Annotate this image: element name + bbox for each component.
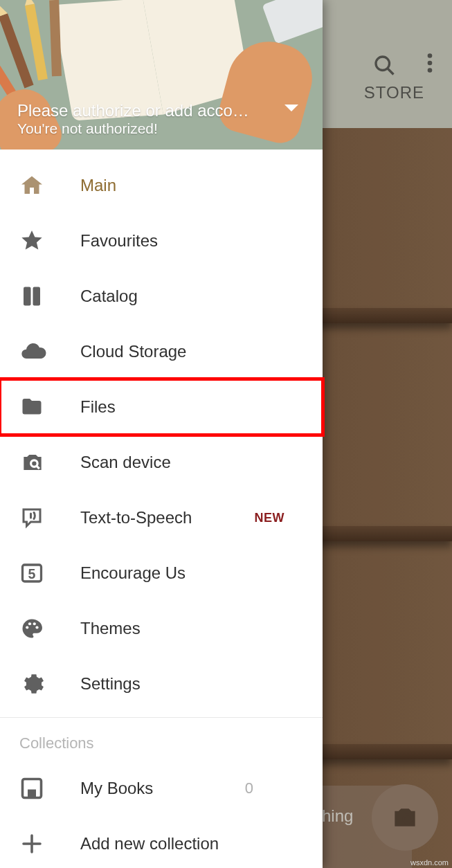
menu-label: Settings — [80, 674, 141, 694]
auth-subtitle: You're not authorized! — [17, 120, 281, 137]
menu-label: Cloud Storage — [80, 342, 186, 361]
plus-icon — [19, 831, 80, 856]
collection-count: 0 — [245, 779, 253, 797]
svg-text:5: 5 — [28, 566, 36, 581]
add-collection[interactable]: Add new collection — [0, 816, 323, 868]
tts-icon — [19, 505, 80, 530]
svg-point-16 — [35, 626, 38, 629]
pencil-illustration — [25, 3, 48, 80]
watermark: wsxdn.com — [410, 858, 449, 867]
svg-rect-7 — [24, 287, 31, 306]
menu-item-favourites[interactable]: Favourites — [0, 213, 323, 269]
menu-label: Themes — [80, 619, 141, 638]
star-icon — [19, 228, 80, 253]
cloud-icon — [19, 338, 80, 365]
mybooks-icon — [19, 776, 80, 801]
drawer-header[interactable]: Please authorize or add acco… You're not… — [0, 0, 323, 150]
drawer-menu: Main Favourites Catalog Cloud Storage Fi — [0, 150, 323, 868]
menu-item-scan-device[interactable]: Scan device — [0, 435, 323, 490]
collections-header: Collections — [0, 722, 323, 761]
collection-label: My Books — [80, 779, 153, 798]
scan-icon — [19, 449, 80, 476]
encourage-icon: 5 — [19, 561, 80, 586]
menu-item-main[interactable]: Main — [0, 158, 323, 213]
home-icon — [19, 173, 80, 198]
menu-label: Main — [80, 176, 116, 195]
menu-label: Favourites — [80, 231, 158, 251]
menu-label: Catalog — [80, 287, 138, 306]
menu-label: Files — [80, 397, 116, 417]
gear-icon — [19, 671, 80, 696]
menu-label: Text-to-Speech — [80, 508, 192, 527]
new-badge: NEW — [255, 511, 285, 525]
catalog-icon — [19, 284, 80, 309]
chevron-down-icon[interactable] — [284, 105, 298, 111]
svg-rect-8 — [33, 287, 41, 306]
collection-my-books[interactable]: My Books 0 — [0, 761, 323, 816]
svg-rect-18 — [28, 790, 36, 798]
svg-point-14 — [28, 622, 31, 625]
add-collection-label: Add new collection — [80, 834, 219, 853]
folder-icon — [19, 395, 80, 419]
menu-label: Encourage Us — [80, 563, 186, 583]
auth-title: Please authorize or add acco… — [17, 101, 281, 120]
divider — [0, 717, 323, 718]
menu-item-themes[interactable]: Themes — [0, 601, 323, 656]
menu-item-encourage[interactable]: 5 Encourage Us — [0, 545, 323, 601]
navigation-drawer: Please authorize or add acco… You're not… — [0, 0, 323, 868]
auth-block[interactable]: Please authorize or add acco… You're not… — [17, 101, 281, 137]
sheet-illustration — [262, 0, 323, 44]
svg-point-13 — [26, 626, 28, 629]
svg-point-15 — [33, 622, 36, 625]
menu-item-cloud-storage[interactable]: Cloud Storage — [0, 324, 323, 379]
menu-item-tts[interactable]: Text-to-Speech NEW — [0, 490, 323, 545]
menu-item-settings[interactable]: Settings — [0, 656, 323, 712]
themes-icon — [19, 616, 80, 641]
menu-label: Scan device — [80, 453, 171, 472]
menu-item-files[interactable]: Files — [0, 379, 323, 435]
menu-item-catalog[interactable]: Catalog — [0, 269, 323, 324]
